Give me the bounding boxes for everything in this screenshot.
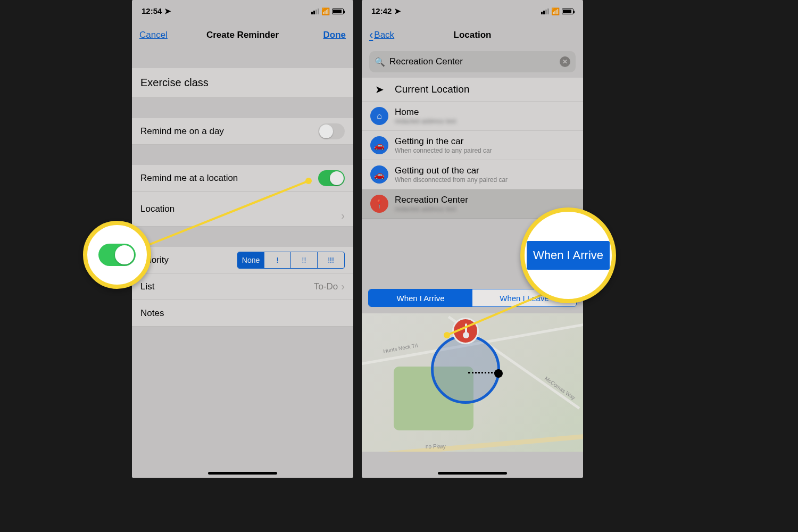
getin-sub: When connected to any paired car — [395, 147, 575, 154]
map-pin-icon — [452, 318, 479, 344]
status-bar: 12:42 ➤ 📶 — [362, 0, 583, 22]
reminder-title: Exercise class — [140, 77, 209, 89]
label-notes: Notes — [140, 308, 164, 319]
toggle-on-icon — [98, 244, 136, 266]
priority-none[interactable]: None — [238, 252, 264, 268]
location-arrow-icon: ➤ — [370, 83, 388, 96]
nav-bar: ‹ Back Location — [362, 22, 583, 48]
road-label-3: no Pkwy — [426, 444, 446, 450]
option-when-i-arrive[interactable]: When I Arrive — [369, 289, 472, 306]
search-input[interactable] — [389, 56, 555, 67]
search-field[interactable]: 🔍 ✕ — [369, 51, 576, 72]
list-value: To-Do — [314, 281, 338, 292]
home-indicator — [208, 472, 277, 475]
home-indicator — [438, 472, 507, 475]
priority-2[interactable]: !! — [291, 252, 318, 268]
row-get-in-car[interactable]: 🚗 Getting in the carWhen connected to an… — [362, 131, 583, 160]
row-list[interactable]: List To-Do › — [132, 273, 353, 300]
car-icon: 🚗 — [370, 165, 388, 184]
label-location: Location — [140, 204, 174, 214]
priority-1[interactable]: ! — [264, 252, 291, 268]
row-notes[interactable]: Notes — [132, 300, 353, 327]
back-button[interactable]: ‹ Back — [369, 28, 394, 42]
label-remind-day: Remind me on a day — [140, 126, 224, 137]
signal-icon — [311, 9, 319, 14]
row-remind-location[interactable]: Remind me at a location — [132, 165, 353, 192]
home-icon: ⌂ — [370, 107, 388, 125]
nav-title: Create Reminder — [206, 30, 279, 40]
back-label: Back — [374, 30, 394, 40]
location-arrow-icon: ➤ — [394, 6, 401, 15]
priority-3[interactable]: !!! — [318, 252, 344, 268]
pin-icon: 📍 — [370, 195, 388, 213]
row-location[interactable]: Location › — [132, 192, 353, 227]
row-priority: Priority None ! !! !!! — [132, 247, 353, 273]
getin-title: Getting in the car — [395, 136, 575, 147]
label-remind-location: Remind me at a location — [140, 173, 238, 184]
road-label-1: Hunts Neck Trl — [383, 342, 418, 354]
cancel-button[interactable]: Cancel — [139, 30, 168, 40]
nav-title: Location — [454, 30, 492, 40]
getout-sub: When disconnected from any paired car — [395, 176, 575, 184]
clock: 12:54 — [142, 6, 162, 15]
clear-icon[interactable]: ✕ — [560, 56, 570, 67]
callout-when-i-arrive: When I Arrive — [520, 207, 616, 303]
screenshot-create-reminder: 12:54 ➤ 📶 Cancel Create Reminder Done Ex… — [132, 0, 353, 478]
chevron-right-icon: › — [341, 210, 345, 222]
geofence-radius[interactable] — [431, 335, 500, 404]
callout-toggle — [83, 221, 151, 289]
callout-arrive-label: When I Arrive — [527, 241, 610, 270]
battery-icon — [562, 9, 573, 14]
home-sub: redacted address text — [395, 118, 575, 125]
status-icons: 📶 — [541, 7, 573, 15]
clock: 12:42 — [371, 6, 392, 15]
search-icon: 🔍 — [375, 57, 385, 67]
priority-segment[interactable]: None ! !! !!! — [237, 252, 345, 269]
wifi-icon: 📶 — [321, 7, 330, 15]
rec-title: Recreation Center — [395, 195, 575, 205]
home-title: Home — [395, 107, 575, 118]
row-current-location[interactable]: ➤ Current Location — [362, 78, 583, 102]
getout-title: Getting out of the car — [395, 165, 575, 176]
done-button[interactable]: Done — [323, 30, 346, 40]
wifi-icon: 📶 — [551, 7, 560, 15]
status-icons: 📶 — [311, 7, 344, 15]
toggle-remind-location[interactable] — [318, 170, 345, 186]
chevron-right-icon: › — [341, 280, 345, 293]
row-get-out-car[interactable]: 🚗 Getting out of the carWhen disconnecte… — [362, 160, 583, 189]
row-remind-day[interactable]: Remind me on a day — [132, 118, 353, 145]
label-list: List — [140, 281, 154, 292]
nav-bar: Cancel Create Reminder Done — [132, 22, 353, 48]
map-preview[interactable]: Hunts Neck Trl McComas Way no Pkwy — [362, 313, 583, 452]
row-home[interactable]: ⌂ Homeredacted address text — [362, 102, 583, 131]
current-location-label: Current Location — [395, 84, 575, 95]
battery-icon — [332, 9, 344, 14]
status-bar: 12:54 ➤ 📶 — [132, 0, 353, 22]
toggle-remind-day[interactable] — [318, 123, 345, 139]
signal-icon — [541, 9, 549, 14]
car-icon: 🚗 — [370, 136, 388, 154]
chevron-left-icon: ‹ — [369, 28, 373, 42]
reminder-title-field[interactable]: Exercise class — [132, 68, 353, 98]
location-arrow-icon: ➤ — [164, 6, 171, 15]
